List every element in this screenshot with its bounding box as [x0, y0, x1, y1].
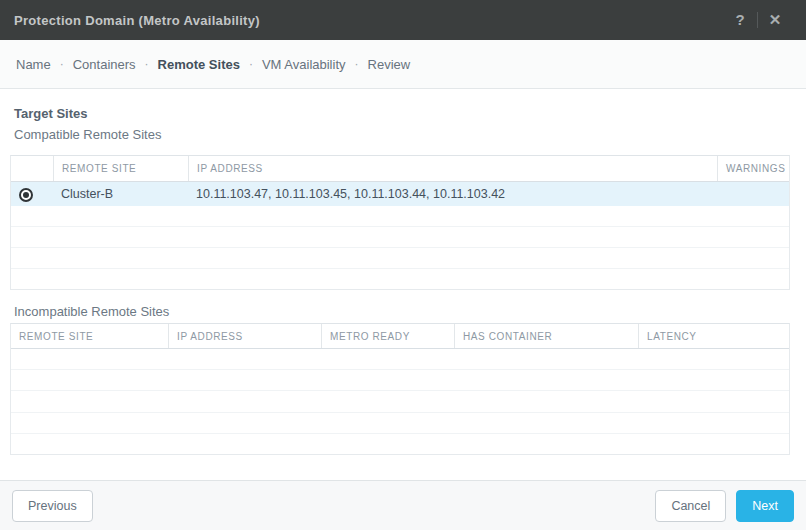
warnings-column-header: WARNINGS — [717, 156, 789, 181]
step-containers[interactable]: Containers — [71, 57, 138, 72]
step-separator: · — [348, 57, 366, 71]
incompatible-sites-label: Incompatible Remote Sites — [14, 304, 169, 319]
step-separator: · — [53, 57, 71, 71]
radio-column-header — [11, 156, 53, 181]
remote-site-cell: Cluster-B — [53, 187, 188, 201]
radio-selected-icon[interactable] — [19, 188, 33, 202]
metro-ready-column-header: METRO READY — [321, 324, 454, 348]
empty-table-row — [11, 227, 789, 248]
dialog-title: Protection Domain (Metro Availability) — [14, 13, 723, 28]
ip-address-column-header: IP ADDRESS — [188, 156, 717, 181]
step-separator: · — [138, 57, 156, 71]
row-radio-cell[interactable] — [11, 187, 53, 202]
step-name[interactable]: Name — [14, 57, 53, 72]
next-button[interactable]: Next — [736, 490, 794, 522]
empty-table-row — [11, 206, 789, 227]
incompatible-table-header: REMOTE SITE IP ADDRESS METRO READY HAS C… — [11, 324, 789, 349]
dialog-body: Target Sites Compatible Remote Sites REM… — [0, 90, 806, 480]
has-container-column-header: HAS CONTAINER — [454, 324, 638, 348]
compatible-sites-table: REMOTE SITE IP ADDRESS WARNINGS Cluster-… — [10, 155, 790, 290]
empty-table-row — [11, 370, 789, 391]
cancel-button[interactable]: Cancel — [655, 490, 726, 522]
latency-column-header: LATENCY — [638, 324, 789, 348]
step-separator: · — [242, 57, 260, 71]
remote-site-column-header: REMOTE SITE — [53, 156, 188, 181]
section-title: Target Sites — [14, 106, 87, 121]
compatible-table-header: REMOTE SITE IP ADDRESS WARNINGS — [11, 156, 789, 182]
radio-dot — [23, 192, 29, 198]
help-icon[interactable]: ? — [723, 0, 757, 40]
close-icon[interactable]: ✕ — [758, 0, 792, 40]
ip-address-column-header: IP ADDRESS — [168, 324, 321, 348]
incompatible-sites-table: REMOTE SITE IP ADDRESS METRO READY HAS C… — [10, 323, 790, 455]
compatible-sites-label: Compatible Remote Sites — [14, 127, 161, 142]
titlebar-actions: ? ✕ — [723, 0, 792, 40]
empty-table-row — [11, 248, 789, 269]
previous-button[interactable]: Previous — [12, 490, 93, 522]
ip-address-cell: 10.11.103.47, 10.11.103.45, 10.11.103.44… — [188, 187, 717, 201]
empty-table-row — [11, 434, 789, 454]
dialog-titlebar: Protection Domain (Metro Availability) ?… — [0, 0, 806, 40]
dialog-footer: Previous Cancel Next — [0, 480, 806, 530]
wizard-steps: Name · Containers · Remote Sites · VM Av… — [0, 40, 806, 89]
protection-domain-dialog: Protection Domain (Metro Availability) ?… — [0, 0, 806, 530]
empty-table-row — [11, 349, 789, 370]
empty-table-row — [11, 391, 789, 412]
empty-table-row — [11, 413, 789, 434]
step-remote-sites[interactable]: Remote Sites — [156, 57, 242, 72]
remote-site-column-header: REMOTE SITE — [11, 324, 168, 348]
footer-right-actions: Cancel Next — [655, 490, 794, 522]
step-vm-availability[interactable]: VM Availability — [260, 57, 348, 72]
empty-table-row — [11, 269, 789, 289]
step-review[interactable]: Review — [366, 57, 413, 72]
compatible-site-row-cluster-b[interactable]: Cluster-B 10.11.103.47, 10.11.103.45, 10… — [11, 182, 789, 206]
